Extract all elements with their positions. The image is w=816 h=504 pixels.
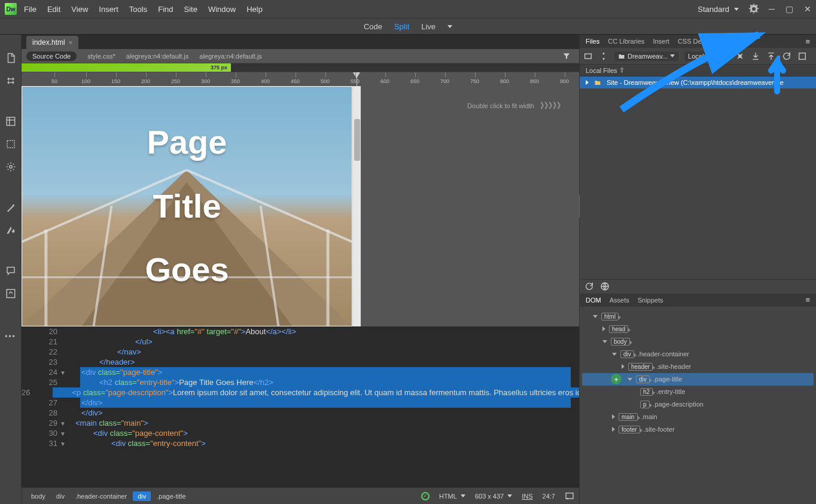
insert-mode[interactable]: INS (522, 493, 532, 500)
svg-point-2 (9, 166, 12, 169)
svg-rect-13 (566, 493, 573, 498)
breadcrumb-item[interactable]: body (26, 491, 50, 501)
maximize-icon[interactable]: ▢ (785, 4, 793, 14)
wand-icon[interactable] (5, 202, 16, 213)
file-icon[interactable] (5, 53, 16, 63)
status-ok-icon[interactable] (421, 492, 430, 500)
format-icon[interactable] (5, 225, 16, 236)
source-code-pill[interactable]: Source Code (26, 51, 77, 61)
sync-settings-icon[interactable] (748, 4, 759, 14)
menu-file[interactable]: File (24, 5, 36, 14)
put-icon[interactable] (766, 51, 776, 61)
sync-icon[interactable] (797, 51, 807, 61)
dom-node[interactable]: p .page-description (582, 398, 814, 411)
view-code[interactable]: Code (364, 22, 382, 31)
preview-gutter: Double click to fit width 》》》》》 (361, 86, 579, 326)
related-file[interactable]: alegreya:n4:default.js (126, 53, 189, 60)
width-indicator: 375 px (207, 63, 231, 72)
tab-cc-libraries[interactable]: CC Libraries (608, 38, 644, 45)
ftp-icon[interactable] (583, 51, 593, 61)
doctype-select[interactable]: HTML (439, 493, 465, 500)
get-icon[interactable] (751, 51, 760, 61)
related-file[interactable]: style.css* (87, 53, 115, 60)
dom-node[interactable]: +div .page-title (582, 373, 814, 386)
preview-browser-icon[interactable] (565, 491, 574, 501)
site-root-row[interactable]: Site - Dreamweaver-new (C:\xampp\htdocs\… (580, 77, 816, 88)
files-panel-tabs: Files CC Libraries Insert CSS Designer ≡ (580, 35, 816, 48)
live-preview[interactable]: PageTitleGoes (22, 86, 352, 326)
close-tab-icon[interactable]: × (69, 39, 72, 46)
tab-snippets[interactable]: Snippets (638, 297, 663, 304)
menu-window[interactable]: Window (208, 5, 236, 14)
files-panel-toolbar: Dreamweav... Local view (580, 48, 816, 65)
tab-dom[interactable]: DOM (586, 297, 601, 304)
site-dropdown[interactable]: Dreamweav... (614, 51, 678, 61)
menu-tools[interactable]: Tools (129, 5, 147, 14)
tab-files[interactable]: Files (586, 38, 599, 45)
gear-icon[interactable] (5, 161, 16, 172)
menu-edit[interactable]: Edit (47, 5, 60, 14)
dom-node[interactable]: html (582, 310, 814, 323)
fit-width-hint[interactable]: Double click to fit width 》》》》》 (467, 100, 561, 111)
local-files-header[interactable]: Local Files ⇧ (580, 65, 816, 77)
svg-rect-15 (585, 54, 592, 59)
document-area: index.html × Source Code style.css* aleg… (22, 35, 579, 504)
connect-icon[interactable] (735, 51, 745, 61)
dom-node[interactable]: body (582, 335, 814, 348)
viewport-size[interactable]: 603 x 437 (475, 493, 512, 500)
menu-find[interactable]: Find (158, 5, 173, 14)
breadcrumb-item[interactable]: div (51, 491, 69, 501)
view-live[interactable]: Live (421, 22, 436, 31)
svg-rect-0 (7, 117, 15, 126)
title-bar: Dw File Edit View Insert Tools Find Site… (0, 0, 816, 18)
comment-icon[interactable] (5, 265, 16, 276)
expand-icon[interactable] (599, 51, 608, 61)
menu-help[interactable]: Help (246, 5, 263, 14)
breadcrumb-item[interactable]: div (133, 491, 151, 501)
files-footer-toolbar (580, 279, 816, 294)
file-manage-icon[interactable] (5, 116, 16, 127)
filter-icon[interactable] (562, 52, 571, 60)
collapse-icon[interactable] (5, 288, 16, 299)
panel-menu-icon[interactable]: ≡ (805, 37, 810, 46)
view-dropdown[interactable]: Local view (684, 51, 729, 61)
workspace-label: Standard (698, 5, 729, 14)
code-editor[interactable]: 20<li><a href="#" target="#">About</a></… (22, 326, 579, 487)
menu-insert[interactable]: Insert (99, 5, 118, 14)
file-tab-index[interactable]: index.html × (26, 36, 78, 49)
breadcrumb-item[interactable]: .page-title (152, 491, 190, 501)
menu-view[interactable]: View (71, 5, 88, 14)
view-split[interactable]: Split (394, 22, 409, 31)
dom-node[interactable]: head (582, 323, 814, 335)
globe-icon[interactable] (600, 282, 610, 291)
tab-insert[interactable]: Insert (653, 38, 669, 45)
width-ruler-bar[interactable]: 375 px (22, 63, 579, 72)
workspace-switcher[interactable]: Standard (698, 5, 739, 14)
refresh-icon[interactable] (782, 51, 791, 61)
dom-panel-tabs: DOM Assets Snippets ≡ (580, 294, 816, 307)
files-tree-body[interactable] (580, 88, 816, 279)
dom-tree[interactable]: htmlheadbodydiv .header-containerheader … (580, 307, 816, 505)
svg-rect-3 (7, 289, 15, 298)
related-file[interactable]: alegreya:n4:default.js (199, 53, 262, 60)
tab-assets[interactable]: Assets (610, 297, 629, 304)
dom-node[interactable]: header .site-header (582, 361, 814, 373)
dom-node[interactable]: footer .site-footer (582, 423, 814, 436)
file-tab-label: index.html (32, 38, 65, 47)
chevron-down-icon[interactable] (447, 25, 452, 28)
preview-scrollbar[interactable] (352, 86, 361, 326)
breadcrumb-item[interactable]: .header-container (71, 491, 132, 501)
add-node-button[interactable]: + (611, 374, 622, 384)
refresh-icon[interactable] (584, 282, 594, 291)
dom-node[interactable]: main .main (582, 411, 814, 423)
panel-menu-icon[interactable]: ≡ (805, 295, 810, 304)
tab-css-designer[interactable]: CSS Designer (678, 38, 720, 45)
close-icon[interactable]: ✕ (804, 4, 811, 14)
dom-node[interactable]: div .header-container (582, 348, 814, 361)
menu-site[interactable]: Site (184, 5, 197, 14)
dom-node[interactable]: h2 .entry-title (582, 386, 814, 398)
arrows-icon[interactable] (5, 75, 16, 86)
select-icon[interactable] (5, 139, 16, 149)
minimize-icon[interactable]: ─ (769, 4, 775, 14)
more-icon[interactable]: ••• (5, 332, 16, 341)
